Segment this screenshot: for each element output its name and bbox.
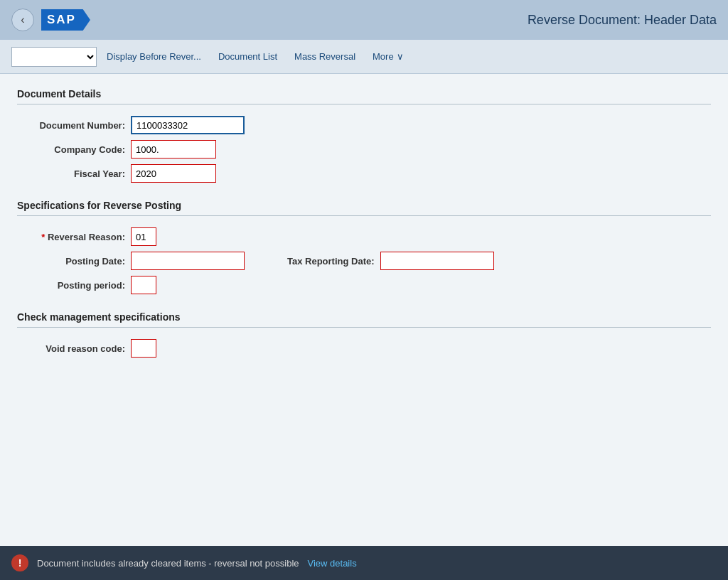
more-label: More (373, 51, 394, 62)
sap-logo: SAP (41, 9, 90, 31)
fiscal-year-row: Fiscal Year: (17, 164, 711, 183)
posting-date-label: Posting Date: (17, 256, 131, 267)
document-number-row: Document Number: (17, 116, 711, 134)
document-details-section: Document Details Document Number: Compan… (17, 88, 711, 183)
fiscal-year-input[interactable] (131, 164, 216, 183)
display-before-reversal-button[interactable]: Display Before Rever... (100, 47, 208, 67)
check-management-section: Check management specifications Void rea… (17, 311, 711, 358)
document-number-label: Document Number: (17, 120, 131, 131)
tax-reporting-date-label: Tax Reporting Date: (287, 256, 380, 267)
reversal-reason-input[interactable] (131, 227, 156, 246)
fiscal-year-label: Fiscal Year: (17, 168, 131, 179)
more-button[interactable]: More ∨ (365, 47, 411, 67)
check-management-title: Check management specifications (17, 311, 711, 328)
chevron-down-icon: ∨ (397, 51, 404, 62)
top-header: ‹ SAP Reverse Document: Header Data (0, 0, 728, 40)
posting-date-input[interactable] (131, 252, 245, 270)
reverse-posting-title: Specifications for Reverse Posting (17, 200, 711, 216)
posting-period-input[interactable] (131, 276, 156, 294)
toolbar-select[interactable] (11, 47, 97, 67)
void-reason-row: Void reason code: (17, 339, 711, 358)
status-bar: ! Document includes already cleared item… (0, 546, 728, 580)
tax-reporting-date-input[interactable] (380, 252, 494, 270)
reverse-posting-section: Specifications for Reverse Posting Rever… (17, 200, 711, 294)
company-code-input[interactable] (131, 140, 216, 159)
tax-reporting-date-col: Tax Reporting Date: (287, 252, 494, 270)
reversal-reason-row: Reversal Reason: (17, 227, 711, 246)
company-code-label: Company Code: (17, 144, 131, 155)
view-details-link[interactable]: View details (308, 558, 357, 569)
status-message: Document includes already cleared items … (37, 558, 299, 569)
main-content: Document Details Document Number: Compan… (0, 74, 728, 546)
company-code-row: Company Code: (17, 140, 711, 159)
posting-date-row: Posting Date: Tax Reporting Date: (17, 252, 711, 270)
posting-period-row: Posting period: (17, 276, 711, 294)
document-list-button[interactable]: Document List (211, 47, 284, 67)
mass-reversal-button[interactable]: Mass Reversal (287, 47, 363, 67)
void-reason-label: Void reason code: (17, 343, 131, 354)
posting-date-col: Posting Date: (17, 252, 245, 270)
void-reason-input[interactable] (131, 339, 156, 358)
page-title: Reverse Document: Header Data (528, 13, 717, 28)
document-number-input[interactable] (131, 116, 245, 134)
back-icon: ‹ (21, 14, 24, 26)
posting-period-label: Posting period: (17, 280, 131, 291)
reversal-reason-label: Reversal Reason: (17, 232, 131, 242)
document-details-title: Document Details (17, 88, 711, 104)
status-error-icon: ! (11, 554, 28, 571)
sap-logo-text: SAP (41, 9, 90, 31)
toolbar: Display Before Rever... Document List Ma… (0, 40, 728, 74)
back-button[interactable]: ‹ (11, 9, 34, 31)
